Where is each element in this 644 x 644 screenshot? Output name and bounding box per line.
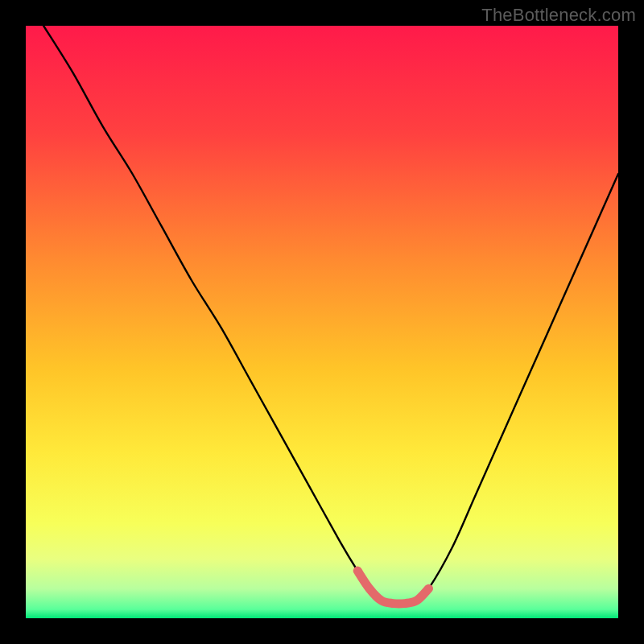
bottleneck-curve — [26, 26, 618, 618]
plot-area — [26, 26, 618, 618]
watermark-text: TheBottleneck.com — [481, 5, 636, 26]
chart-frame: TheBottleneck.com — [0, 0, 644, 644]
